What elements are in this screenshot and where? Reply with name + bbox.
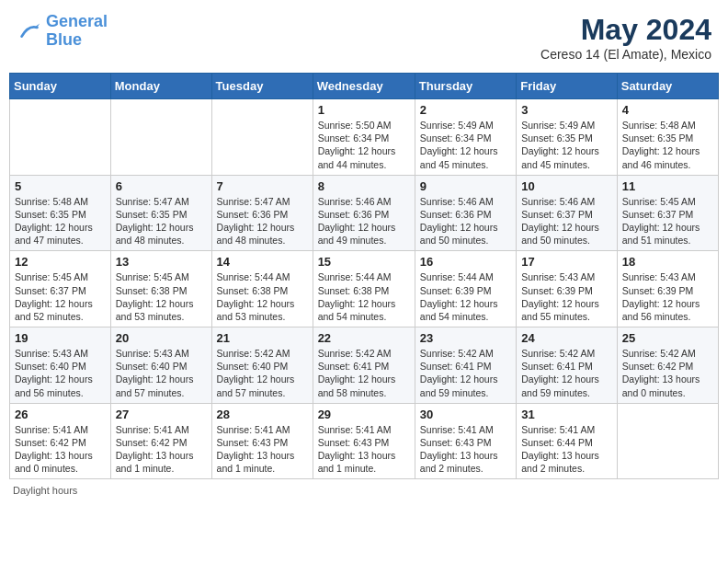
day-info: Sunrise: 5:41 AM Sunset: 6:42 PM Dayligh… <box>15 423 106 476</box>
day-number: 12 <box>15 255 106 269</box>
day-number: 1 <box>318 103 410 117</box>
day-info: Sunrise: 5:44 AM Sunset: 6:38 PM Dayligh… <box>217 270 308 323</box>
calendar-cell: 26Sunrise: 5:41 AM Sunset: 6:42 PM Dayli… <box>10 403 111 479</box>
calendar-cell: 5Sunrise: 5:48 AM Sunset: 6:35 PM Daylig… <box>10 175 111 251</box>
day-header-thursday: Thursday <box>415 74 516 99</box>
calendar-cell: 19Sunrise: 5:43 AM Sunset: 6:40 PM Dayli… <box>10 327 111 404</box>
day-number: 20 <box>116 331 207 345</box>
calendar-cell: 18Sunrise: 5:43 AM Sunset: 6:39 PM Dayli… <box>617 251 718 327</box>
calendar-cell: 15Sunrise: 5:44 AM Sunset: 6:38 PM Dayli… <box>313 251 415 327</box>
day-number: 4 <box>622 103 713 117</box>
calendar-cell: 29Sunrise: 5:41 AM Sunset: 6:43 PM Dayli… <box>313 403 415 479</box>
calendar-cell: 31Sunrise: 5:41 AM Sunset: 6:44 PM Dayli… <box>517 403 618 479</box>
day-number: 11 <box>622 179 713 193</box>
logo-blue: Blue <box>46 30 82 49</box>
calendar-header-row: SundayMondayTuesdayWednesdayThursdayFrid… <box>10 74 719 99</box>
day-number: 27 <box>116 408 207 421</box>
footer-label: Daylight hours <box>13 485 77 496</box>
page-header: General Blue May 2024 Cereso 14 (El Amat… <box>9 9 719 65</box>
day-number: 22 <box>318 331 410 345</box>
calendar-cell: 7Sunrise: 5:47 AM Sunset: 6:36 PM Daylig… <box>211 175 313 251</box>
day-info: Sunrise: 5:42 AM Sunset: 6:41 PM Dayligh… <box>521 347 612 399</box>
day-info: Sunrise: 5:43 AM Sunset: 6:39 PM Dayligh… <box>622 270 713 323</box>
logo-icon <box>17 18 42 44</box>
logo-text: General Blue <box>46 13 108 50</box>
day-info: Sunrise: 5:41 AM Sunset: 6:42 PM Dayligh… <box>116 423 207 476</box>
calendar-week-4: 19Sunrise: 5:43 AM Sunset: 6:40 PM Dayli… <box>10 327 719 404</box>
calendar-cell: 4Sunrise: 5:48 AM Sunset: 6:35 PM Daylig… <box>617 99 718 176</box>
day-info: Sunrise: 5:42 AM Sunset: 6:42 PM Dayligh… <box>622 347 713 399</box>
day-info: Sunrise: 5:41 AM Sunset: 6:43 PM Dayligh… <box>318 423 410 476</box>
calendar-cell: 3Sunrise: 5:49 AM Sunset: 6:35 PM Daylig… <box>517 99 618 176</box>
calendar-cell: 22Sunrise: 5:42 AM Sunset: 6:41 PM Dayli… <box>313 327 415 404</box>
calendar-week-5: 26Sunrise: 5:41 AM Sunset: 6:42 PM Dayli… <box>10 403 719 479</box>
title-block: May 2024 Cereso 14 (El Amate), Mexico <box>540 13 711 62</box>
day-number: 26 <box>15 408 106 421</box>
calendar-cell: 2Sunrise: 5:49 AM Sunset: 6:34 PM Daylig… <box>415 99 516 176</box>
day-info: Sunrise: 5:45 AM Sunset: 6:37 PM Dayligh… <box>15 270 106 323</box>
day-info: Sunrise: 5:41 AM Sunset: 6:44 PM Dayligh… <box>521 423 612 476</box>
day-info: Sunrise: 5:46 AM Sunset: 6:36 PM Dayligh… <box>420 195 511 247</box>
day-info: Sunrise: 5:48 AM Sunset: 6:35 PM Dayligh… <box>622 119 713 171</box>
calendar-cell: 9Sunrise: 5:46 AM Sunset: 6:36 PM Daylig… <box>415 175 516 251</box>
day-info: Sunrise: 5:42 AM Sunset: 6:41 PM Dayligh… <box>420 347 511 399</box>
calendar-cell: 25Sunrise: 5:42 AM Sunset: 6:42 PM Dayli… <box>617 327 718 404</box>
calendar-cell: 6Sunrise: 5:47 AM Sunset: 6:35 PM Daylig… <box>110 175 211 251</box>
day-info: Sunrise: 5:43 AM Sunset: 6:40 PM Dayligh… <box>116 347 207 399</box>
calendar-cell: 14Sunrise: 5:44 AM Sunset: 6:38 PM Dayli… <box>211 251 313 327</box>
day-info: Sunrise: 5:47 AM Sunset: 6:35 PM Dayligh… <box>116 195 207 247</box>
day-number: 28 <box>217 408 308 421</box>
calendar-cell <box>211 99 313 176</box>
day-info: Sunrise: 5:41 AM Sunset: 6:43 PM Dayligh… <box>217 423 308 476</box>
day-number: 13 <box>116 255 207 269</box>
day-header-saturday: Saturday <box>617 74 718 99</box>
footer: Daylight hours <box>9 485 719 496</box>
calendar-cell: 13Sunrise: 5:45 AM Sunset: 6:38 PM Dayli… <box>110 251 211 327</box>
day-info: Sunrise: 5:44 AM Sunset: 6:39 PM Dayligh… <box>420 270 511 323</box>
logo: General Blue <box>17 13 108 50</box>
calendar-week-2: 5Sunrise: 5:48 AM Sunset: 6:35 PM Daylig… <box>10 175 719 251</box>
calendar-cell <box>10 99 111 176</box>
day-info: Sunrise: 5:41 AM Sunset: 6:43 PM Dayligh… <box>420 423 511 476</box>
calendar-cell: 24Sunrise: 5:42 AM Sunset: 6:41 PM Dayli… <box>517 327 618 404</box>
logo-general: General <box>46 12 108 30</box>
day-info: Sunrise: 5:45 AM Sunset: 6:38 PM Dayligh… <box>116 270 207 323</box>
month-title: May 2024 <box>540 13 711 47</box>
location-subtitle: Cereso 14 (El Amate), Mexico <box>540 47 711 62</box>
calendar-cell <box>110 99 211 176</box>
day-number: 19 <box>15 331 106 345</box>
day-number: 5 <box>15 179 106 193</box>
day-header-sunday: Sunday <box>10 74 111 99</box>
day-number: 24 <box>521 331 612 345</box>
day-info: Sunrise: 5:43 AM Sunset: 6:39 PM Dayligh… <box>521 270 612 323</box>
day-number: 10 <box>521 179 612 193</box>
calendar-cell: 17Sunrise: 5:43 AM Sunset: 6:39 PM Dayli… <box>517 251 618 327</box>
day-number: 23 <box>420 331 511 345</box>
day-number: 16 <box>420 255 511 269</box>
calendar-cell: 8Sunrise: 5:46 AM Sunset: 6:36 PM Daylig… <box>313 175 415 251</box>
day-number: 3 <box>521 103 612 117</box>
day-number: 25 <box>622 331 713 345</box>
day-header-wednesday: Wednesday <box>313 74 415 99</box>
day-number: 29 <box>318 408 410 421</box>
day-info: Sunrise: 5:43 AM Sunset: 6:40 PM Dayligh… <box>15 347 106 399</box>
calendar-cell: 27Sunrise: 5:41 AM Sunset: 6:42 PM Dayli… <box>110 403 211 479</box>
day-number: 14 <box>217 255 308 269</box>
day-info: Sunrise: 5:47 AM Sunset: 6:36 PM Dayligh… <box>217 195 308 247</box>
day-number: 8 <box>318 179 410 193</box>
day-number: 30 <box>420 408 511 421</box>
calendar-table: SundayMondayTuesdayWednesdayThursdayFrid… <box>9 73 719 479</box>
day-number: 21 <box>217 331 308 345</box>
day-info: Sunrise: 5:50 AM Sunset: 6:34 PM Dayligh… <box>318 119 410 171</box>
day-header-friday: Friday <box>517 74 618 99</box>
calendar-cell: 12Sunrise: 5:45 AM Sunset: 6:37 PM Dayli… <box>10 251 111 327</box>
day-number: 31 <box>521 408 612 421</box>
calendar-cell: 28Sunrise: 5:41 AM Sunset: 6:43 PM Dayli… <box>211 403 313 479</box>
day-info: Sunrise: 5:45 AM Sunset: 6:37 PM Dayligh… <box>622 195 713 247</box>
day-header-tuesday: Tuesday <box>211 74 313 99</box>
day-number: 17 <box>521 255 612 269</box>
day-info: Sunrise: 5:44 AM Sunset: 6:38 PM Dayligh… <box>318 270 410 323</box>
calendar-week-1: 1Sunrise: 5:50 AM Sunset: 6:34 PM Daylig… <box>10 99 719 176</box>
calendar-cell: 30Sunrise: 5:41 AM Sunset: 6:43 PM Dayli… <box>415 403 516 479</box>
calendar-week-3: 12Sunrise: 5:45 AM Sunset: 6:37 PM Dayli… <box>10 251 719 327</box>
